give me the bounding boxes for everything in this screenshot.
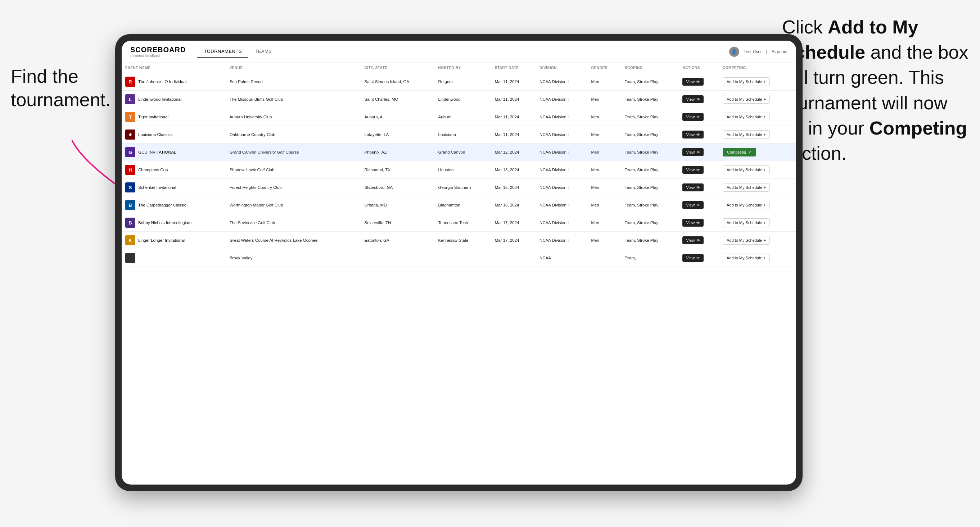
view-button[interactable]: View 👁 xyxy=(682,183,703,191)
team-logo xyxy=(125,253,135,263)
annotation-right: Click Add to My Schedule and the box wil… xyxy=(782,14,969,166)
gender-cell: Men xyxy=(588,232,621,249)
table-row: B Bobby Nichols Intercollegiate The Sevi… xyxy=(122,214,796,232)
event-name-cell: H Champions Cup xyxy=(122,161,226,179)
hosted-by-cell: Kennesaw State xyxy=(435,232,491,249)
add-to-schedule-button[interactable]: Add to My Schedule + xyxy=(723,130,770,139)
competing-cell: Competing ✓ xyxy=(719,143,796,161)
scoring-cell: Team, Stroke Play xyxy=(621,214,679,232)
start-date-cell: Mar 17, 2024 xyxy=(491,232,536,249)
start-date-cell: Mar 12, 2024 xyxy=(491,143,536,161)
start-date-cell: Mar 11, 2024 xyxy=(491,90,536,108)
hosted-by-cell: Tennessee Tech xyxy=(435,214,491,232)
add-to-schedule-button[interactable]: Add to My Schedule + xyxy=(723,77,770,86)
hosted-by-cell: Rutgers xyxy=(435,73,491,90)
actions-cell: View 👁 xyxy=(679,161,719,179)
col-division: DIVISION xyxy=(536,63,587,73)
gender-cell: Men xyxy=(588,108,621,126)
plus-icon: + xyxy=(763,79,765,84)
division-cell: NCAA Division I xyxy=(536,161,587,179)
division-cell: NCAA Division I xyxy=(536,126,587,143)
add-to-schedule-button[interactable]: Add to My Schedule + xyxy=(723,218,770,227)
team-logo: K xyxy=(125,235,135,245)
add-to-schedule-button[interactable]: Add to My Schedule + xyxy=(723,183,770,192)
division-cell: NCAA Division I xyxy=(536,179,587,197)
hosted-by-cell: Louisiana xyxy=(435,126,491,143)
competing-button[interactable]: Competing ✓ xyxy=(723,148,756,157)
col-hosted-by: HOSTED BY xyxy=(435,63,491,73)
event-name: The Carpetbagger Classic xyxy=(138,203,186,207)
division-cell: NCAA Division I xyxy=(536,197,587,214)
actions-cell: View 👁 xyxy=(679,249,719,267)
event-name-cell: R The Johnnie - O Individual xyxy=(122,73,226,90)
competing-cell: Add to My Schedule + xyxy=(719,179,796,197)
add-schedule-label: Add to My Schedule xyxy=(727,79,762,84)
city-state-cell: Saint Charles, MO xyxy=(361,90,435,108)
event-name: Louisiana Classics xyxy=(138,132,172,137)
hosted-by-cell xyxy=(435,249,491,267)
competing-label: Competing xyxy=(727,150,746,154)
start-date-cell: Mar 11, 2024 xyxy=(491,126,536,143)
add-to-schedule-button[interactable]: Add to My Schedule + xyxy=(723,236,770,244)
competing-cell: Add to My Schedule + xyxy=(719,249,796,267)
actions-cell: View 👁 xyxy=(679,143,719,161)
division-cell: NCAA Division I xyxy=(536,90,587,108)
add-to-schedule-button[interactable]: Add to My Schedule + xyxy=(723,95,770,103)
eye-icon: 👁 xyxy=(697,186,700,190)
event-name: Champions Cup xyxy=(138,168,168,172)
eye-icon: 👁 xyxy=(697,133,700,137)
view-button[interactable]: View 👁 xyxy=(682,113,703,121)
annotation-left-text: Find the tournament. xyxy=(11,66,111,110)
plus-icon: + xyxy=(763,238,765,243)
event-name: Bobby Nichols Intercollegiate xyxy=(138,221,191,225)
nav-tabs: TOURNAMENTS TEAMS xyxy=(197,46,729,57)
eye-icon: 👁 xyxy=(697,168,700,172)
view-button[interactable]: View 👁 xyxy=(682,166,703,174)
view-button[interactable]: View 👁 xyxy=(682,201,703,209)
eye-icon: 👁 xyxy=(697,221,700,225)
view-button[interactable]: View 👁 xyxy=(682,254,703,262)
add-to-schedule-button[interactable]: Add to My Schedule + xyxy=(723,165,770,174)
hosted-by-cell: Lindenwood xyxy=(435,90,491,108)
venue-cell: Brook Valley xyxy=(226,249,361,267)
eye-icon: 👁 xyxy=(697,115,700,119)
start-date-cell: Mar 15, 2024 xyxy=(491,179,536,197)
eye-icon: 👁 xyxy=(697,80,700,84)
nav-tab-teams[interactable]: TEAMS xyxy=(248,46,278,57)
view-button[interactable]: View 👁 xyxy=(682,78,703,86)
team-logo: B xyxy=(125,200,135,210)
view-button[interactable]: View 👁 xyxy=(682,130,703,138)
city-state-cell: Urbana, MD xyxy=(361,197,435,214)
start-date-cell: Mar 11, 2024 xyxy=(491,73,536,90)
add-to-schedule-button[interactable]: Add to My Schedule + xyxy=(723,254,770,262)
sign-out-link[interactable]: Sign out xyxy=(772,49,788,54)
division-cell: NCAA Division I xyxy=(536,214,587,232)
event-name-cell: T Tiger Invitational xyxy=(122,108,226,126)
hosted-by-cell: Georgia Southern xyxy=(435,179,491,197)
venue-cell: Auburn University Club xyxy=(226,108,361,126)
plus-icon: + xyxy=(763,256,765,260)
venue-cell: Forest Heights Country Club xyxy=(226,179,361,197)
venue-cell: Sea Palms Resort xyxy=(226,73,361,90)
add-to-schedule-button[interactable]: Add to My Schedule + xyxy=(723,201,770,210)
view-button[interactable]: View 👁 xyxy=(682,95,703,103)
venue-cell: Grand Canyon University Golf Course xyxy=(226,143,361,161)
event-name-cell: B Bobby Nichols Intercollegiate xyxy=(122,214,226,232)
nav-tab-tournaments[interactable]: TOURNAMENTS xyxy=(197,46,248,57)
team-logo: S xyxy=(125,183,135,192)
table-row: L Lindenwood Invitational The Missouri B… xyxy=(122,90,796,108)
view-button[interactable]: View 👁 xyxy=(682,237,703,244)
add-to-schedule-button[interactable]: Add to My Schedule + xyxy=(723,113,770,121)
view-button[interactable]: View 👁 xyxy=(682,219,703,227)
view-button[interactable]: View 👁 xyxy=(682,148,703,156)
team-logo: G xyxy=(125,147,135,157)
hosted-by-cell: Auburn xyxy=(435,108,491,126)
event-name: Lindenwood Invitational xyxy=(138,97,181,102)
venue-cell: Shadow Hawk Golf Club xyxy=(226,161,361,179)
table-row: B The Carpetbagger Classic Worthington M… xyxy=(122,197,796,214)
venue-cell: The Missouri Bluffs Golf Club xyxy=(226,90,361,108)
annotation-right-bold2: Competing xyxy=(870,117,967,138)
scoring-cell: Team, Stroke Play xyxy=(621,90,679,108)
gender-cell: Men xyxy=(588,73,621,90)
team-logo: H xyxy=(125,165,135,175)
